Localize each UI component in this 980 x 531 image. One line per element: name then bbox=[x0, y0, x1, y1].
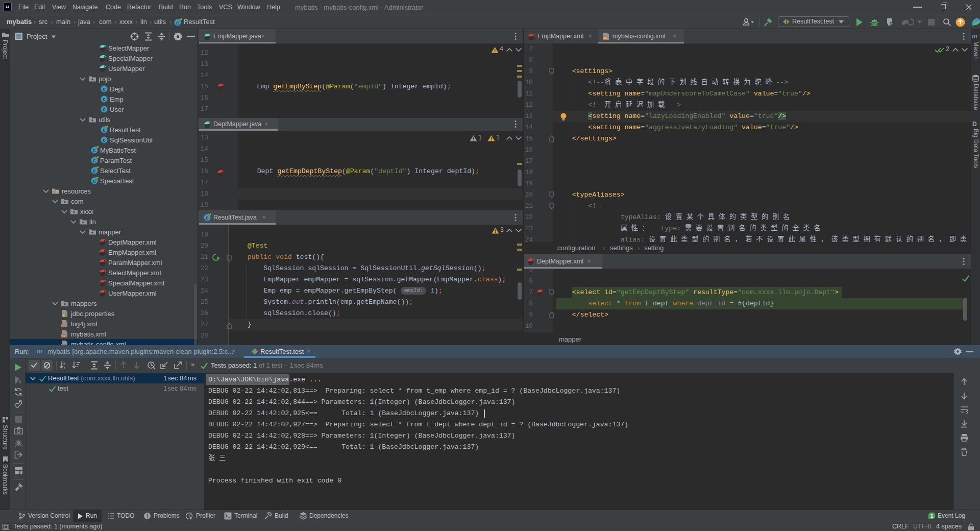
svg-text:z: z bbox=[63, 366, 65, 370]
svg-text:1: 1 bbox=[930, 513, 934, 519]
svg-text:a: a bbox=[63, 361, 66, 366]
svg-text:C: C bbox=[176, 21, 179, 26]
svg-text:9: 9 bbox=[18, 379, 21, 384]
